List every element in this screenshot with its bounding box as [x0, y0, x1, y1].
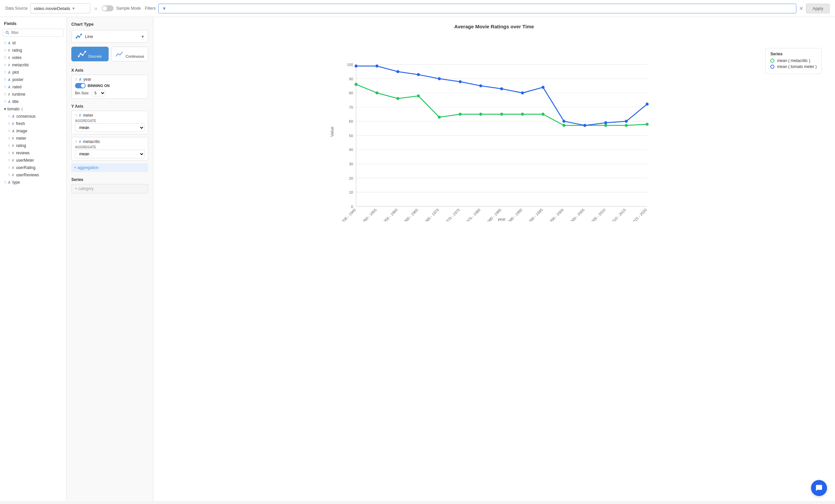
discrete-label: Discrete — [88, 54, 102, 58]
x-axis-label: X Axis — [71, 68, 148, 73]
svg-text:10: 10 — [349, 190, 353, 194]
svg-text:2010 - 2015: 2010 - 2015 — [610, 208, 627, 221]
svg-text:1935 - 1940: 1935 - 1940 — [340, 208, 357, 221]
legend-label-tomato: mean ( tomato meter ) — [777, 64, 817, 69]
field-item-votes[interactable]: ⠿ # votes — [0, 54, 66, 61]
sample-mode-toggle[interactable] — [102, 5, 114, 11]
add-category-button[interactable]: + category — [71, 184, 148, 193]
field-item-rated[interactable]: ⠿ A rated — [0, 83, 66, 91]
svg-point-74 — [563, 120, 566, 123]
svg-text:2015 - 2020: 2015 - 2020 — [631, 208, 648, 221]
svg-point-62 — [625, 124, 628, 127]
field-item-userRating[interactable]: ⠿ # userRating — [0, 164, 66, 172]
field-item-id[interactable]: ⠿ A id — [0, 39, 66, 47]
y-axis-title: Value — [330, 127, 334, 137]
meter-aggregate-select[interactable]: mean sum count — [75, 123, 145, 132]
svg-point-57 — [521, 113, 524, 116]
field-filter-input[interactable] — [11, 30, 61, 35]
field-item-consensus[interactable]: ⠿ A consensus — [0, 113, 66, 120]
data-source-select[interactable]: video.movieDetails ▾ — [30, 3, 90, 13]
add-agg-label: + aggregation — [74, 165, 99, 170]
svg-text:1960 - 1965: 1960 - 1965 — [402, 208, 419, 221]
field-item-meter[interactable]: ⠿ # meter — [0, 135, 66, 142]
field-group-tomato[interactable]: ▾ tomato {} — [0, 105, 66, 113]
field-item-poster[interactable]: ⠿ A poster — [0, 76, 66, 83]
bin-size-label: Bin Size: — [75, 91, 89, 95]
x-field-name: year — [83, 77, 91, 82]
field-item-plot[interactable]: ⠿ A plot — [0, 69, 66, 76]
svg-point-56 — [500, 113, 503, 116]
group-toggle-icon[interactable]: ▾ — [4, 107, 6, 111]
svg-text:40: 40 — [349, 148, 353, 152]
svg-point-53 — [438, 116, 441, 119]
discrete-icon — [78, 50, 87, 58]
svg-text:1990 - 1995: 1990 - 1995 — [527, 208, 544, 221]
bin-size-select[interactable]: 5 10 1 — [91, 90, 106, 96]
svg-text:1965 - 1970: 1965 - 1970 — [423, 208, 440, 221]
svg-point-64 — [354, 65, 358, 68]
field-item-image[interactable]: ⠿ A image — [0, 127, 66, 135]
svg-point-7 — [80, 53, 82, 55]
chat-button[interactable] — [811, 480, 827, 496]
top-bar: Data Source video.movieDetails ▾ » Sampl… — [0, 0, 835, 17]
binning-toggle[interactable] — [75, 83, 86, 88]
field-search[interactable] — [3, 29, 64, 37]
chevron-down-icon: ▾ — [72, 6, 75, 11]
svg-text:1995 - 2000: 1995 - 2000 — [547, 208, 565, 221]
toggle-track[interactable] — [102, 5, 114, 11]
field-item-type[interactable]: ⠿ A type — [0, 179, 66, 186]
svg-point-58 — [542, 113, 545, 116]
field-item-tomato-rating[interactable]: ⠿ # rating — [0, 142, 66, 149]
filters-label: Filters — [145, 6, 156, 11]
field-item-title[interactable]: ⠿ A title — [0, 98, 66, 105]
line-chart-svg: .grid-line { stroke: #e8e8e8; stroke-wid… — [160, 35, 828, 221]
data-source-section: Data Source video.movieDetails ▾ — [5, 3, 90, 13]
svg-point-49 — [354, 83, 358, 86]
add-category-label: + category — [75, 186, 94, 191]
clear-filter-button[interactable]: ✕ — [799, 5, 803, 12]
x-axis-section: X Axis ⠿ A year BINNING ON Bin Size: 5 — [71, 68, 148, 99]
svg-point-66 — [396, 70, 400, 73]
svg-point-3 — [77, 36, 78, 37]
field-item-fresh[interactable]: ⠿ # fresh — [0, 120, 66, 127]
fields-title: Fields — [0, 21, 66, 29]
svg-text:2000 - 2005: 2000 - 2005 — [568, 208, 586, 221]
svg-line-1 — [8, 33, 9, 34]
add-aggregation-button[interactable]: + aggregation — [71, 163, 148, 172]
field-item-reviews[interactable]: ⠿ # reviews — [0, 149, 66, 157]
svg-text:20: 20 — [349, 176, 353, 180]
binning-label: BINNING ON — [88, 84, 109, 88]
svg-point-72 — [521, 91, 524, 94]
svg-point-5 — [81, 34, 82, 35]
svg-point-2 — [76, 37, 77, 38]
filter-input[interactable]: ▼ — [158, 4, 796, 13]
svg-point-76 — [604, 121, 607, 124]
legend-dot-blue — [770, 65, 774, 69]
sample-mode-section: Sample Mode — [102, 5, 141, 11]
field-item-userMeter[interactable]: ⠿ # userMeter — [0, 157, 66, 164]
field-item-runtime[interactable]: ⠿ # runtime — [0, 91, 66, 98]
chart-type-select[interactable]: Line ▾ — [71, 30, 148, 43]
metacritic-aggregate-select[interactable]: mean sum count — [75, 150, 145, 158]
filter-section: Filters ▼ ✕ Apply — [145, 4, 830, 13]
svg-text:60: 60 — [349, 119, 353, 123]
series-section: Series + category — [71, 177, 148, 193]
legend-dot-green — [770, 59, 774, 63]
continuous-button[interactable]: Continuous — [111, 47, 149, 61]
svg-point-0 — [6, 31, 8, 33]
chart-container: .grid-line { stroke: #e8e8e8; stroke-wid… — [160, 35, 828, 221]
discrete-button[interactable]: Discrete — [71, 47, 109, 61]
svg-point-52 — [417, 94, 420, 97]
chat-icon — [815, 484, 823, 492]
apply-button[interactable]: Apply — [806, 4, 830, 13]
x-axis-field: ⠿ A year BINNING ON Bin Size: 5 10 1 — [71, 75, 148, 99]
main-layout: Fields ⠿ A id ⠿ # rating ⠿ # votes ⠿ # m… — [0, 17, 835, 501]
field-item-userReviews[interactable]: ⠿ # userReviews — [0, 172, 66, 179]
svg-point-71 — [500, 87, 503, 90]
field-item-metacritic[interactable]: ⠿ # metacritic — [0, 61, 66, 69]
svg-point-55 — [479, 113, 482, 116]
legend-label-metacritic: mean ( metacritic ) — [777, 58, 810, 63]
svg-text:70: 70 — [349, 105, 353, 109]
svg-text:2005 - 2010: 2005 - 2010 — [589, 208, 606, 221]
field-item-rating[interactable]: ⠿ # rating — [0, 47, 66, 54]
